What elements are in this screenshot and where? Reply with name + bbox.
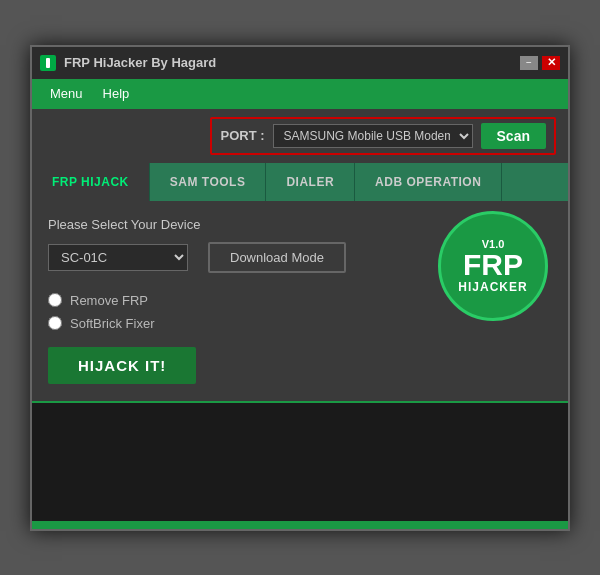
title-bar-left: FRP HiJacker By Hagard xyxy=(40,55,216,71)
hijack-button[interactable]: HIJACK IT! xyxy=(48,347,196,384)
app-window: FRP HiJacker By Hagard − ✕ Menu Help POR… xyxy=(30,45,570,531)
menu-item-menu[interactable]: Menu xyxy=(40,84,93,103)
tab-sam-tools[interactable]: SAM TOOLS xyxy=(150,163,267,201)
port-select[interactable]: SAMSUNG Mobile USB Modem # xyxy=(273,124,473,148)
logo-frp-text: FRP xyxy=(463,250,523,280)
softbrick-fixer-label: SoftBrick Fixer xyxy=(70,316,155,331)
tab-dialer[interactable]: DIALER xyxy=(266,163,355,201)
download-mode-button[interactable]: Download Mode xyxy=(208,242,346,273)
scan-button[interactable]: Scan xyxy=(481,123,546,149)
console-area xyxy=(32,401,568,521)
window-title: FRP HiJacker By Hagard xyxy=(64,55,216,70)
tab-frp-hijack[interactable]: FRP HIJACK xyxy=(32,163,150,201)
port-label: PORT : xyxy=(220,128,264,143)
title-bar: FRP HiJacker By Hagard − ✕ xyxy=(32,47,568,79)
remove-frp-radio[interactable] xyxy=(48,293,62,307)
softbrick-fixer-radio[interactable] xyxy=(48,316,62,330)
remove-frp-label: Remove FRP xyxy=(70,293,148,308)
tabs-bar: FRP HIJACK SAM TOOLS DIALER ADB OPERATIO… xyxy=(32,163,568,201)
status-bar xyxy=(32,521,568,529)
logo-hijacker-text: HIJACKER xyxy=(458,280,527,294)
menu-bar: Menu Help xyxy=(32,79,568,109)
minimize-button[interactable]: − xyxy=(520,56,538,70)
port-container: PORT : SAMSUNG Mobile USB Modem # Scan xyxy=(210,117,556,155)
main-content: V1.0 FRP HIJACKER Please Select Your Dev… xyxy=(32,201,568,401)
title-controls: − ✕ xyxy=(520,56,560,70)
app-logo-icon xyxy=(40,55,56,71)
console-inner xyxy=(32,403,568,521)
menu-item-help[interactable]: Help xyxy=(93,84,140,103)
device-select[interactable]: SC-01C SC-02C SC-03C xyxy=(48,244,188,271)
tab-adb-operation[interactable]: ADB OPERATION xyxy=(355,163,502,201)
port-bar: PORT : SAMSUNG Mobile USB Modem # Scan xyxy=(32,109,568,163)
logo-circle: V1.0 FRP HIJACKER xyxy=(438,211,548,321)
close-button[interactable]: ✕ xyxy=(542,56,560,70)
